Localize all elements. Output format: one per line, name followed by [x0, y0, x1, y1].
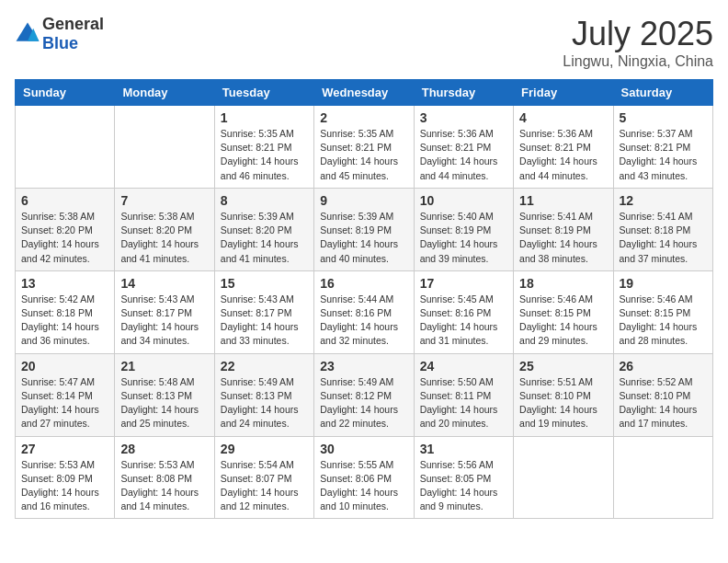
logo-text-blue: Blue — [42, 34, 78, 52]
day-info: Sunrise: 5:39 AM Sunset: 8:20 PM Dayligh… — [221, 210, 308, 266]
weekday-header-sunday: Sunday — [16, 80, 115, 106]
day-number: 6 — [21, 193, 108, 208]
calendar-cell: 28Sunrise: 5:53 AM Sunset: 8:08 PM Dayli… — [115, 436, 214, 519]
day-number: 18 — [519, 276, 607, 291]
day-info: Sunrise: 5:49 AM Sunset: 8:12 PM Dayligh… — [320, 375, 407, 431]
calendar-cell: 17Sunrise: 5:45 AM Sunset: 8:16 PM Dayli… — [414, 270, 513, 353]
calendar-cell: 10Sunrise: 5:40 AM Sunset: 8:19 PM Dayli… — [414, 188, 513, 270]
day-number: 20 — [21, 359, 108, 373]
day-info: Sunrise: 5:35 AM Sunset: 8:21 PM Dayligh… — [221, 127, 308, 183]
week-row-1: 1Sunrise: 5:35 AM Sunset: 8:21 PM Daylig… — [16, 106, 713, 189]
day-number: 30 — [320, 442, 407, 456]
day-number: 11 — [519, 193, 607, 208]
day-number: 9 — [320, 193, 407, 208]
day-number: 19 — [620, 276, 707, 291]
calendar-cell: 23Sunrise: 5:49 AM Sunset: 8:12 PM Dayli… — [314, 353, 414, 436]
day-info: Sunrise: 5:54 AM Sunset: 8:07 PM Dayligh… — [221, 458, 308, 514]
day-info: Sunrise: 5:49 AM Sunset: 8:13 PM Dayligh… — [221, 375, 308, 431]
day-info: Sunrise: 5:41 AM Sunset: 8:19 PM Dayligh… — [519, 210, 607, 266]
page-header: General Blue July 2025 Lingwu, Ningxia, … — [15, 15, 713, 70]
day-number: 12 — [620, 193, 707, 208]
calendar-cell: 21Sunrise: 5:48 AM Sunset: 8:13 PM Dayli… — [115, 353, 214, 436]
day-number: 29 — [221, 442, 308, 456]
calendar-cell: 19Sunrise: 5:46 AM Sunset: 8:15 PM Dayli… — [613, 270, 712, 353]
week-row-3: 13Sunrise: 5:42 AM Sunset: 8:18 PM Dayli… — [16, 270, 713, 353]
day-number: 10 — [420, 193, 507, 208]
day-number: 3 — [420, 110, 507, 125]
calendar-cell — [613, 436, 712, 519]
day-number: 16 — [320, 276, 407, 291]
calendar-cell: 30Sunrise: 5:55 AM Sunset: 8:06 PM Dayli… — [314, 436, 414, 519]
location: Lingwu, Ningxia, China — [563, 53, 713, 70]
calendar-cell: 1Sunrise: 5:35 AM Sunset: 8:21 PM Daylig… — [214, 106, 313, 189]
weekday-header-wednesday: Wednesday — [314, 80, 414, 106]
calendar-cell: 3Sunrise: 5:36 AM Sunset: 8:21 PM Daylig… — [414, 106, 513, 189]
day-info: Sunrise: 5:35 AM Sunset: 8:21 PM Dayligh… — [320, 127, 407, 183]
day-info: Sunrise: 5:53 AM Sunset: 8:09 PM Dayligh… — [21, 458, 108, 514]
day-number: 14 — [120, 276, 208, 291]
day-number: 27 — [21, 442, 108, 456]
logo-icon — [15, 21, 40, 47]
calendar-cell: 29Sunrise: 5:54 AM Sunset: 8:07 PM Dayli… — [214, 436, 313, 519]
day-number: 17 — [420, 276, 507, 291]
day-info: Sunrise: 5:43 AM Sunset: 8:17 PM Dayligh… — [221, 293, 308, 349]
calendar-cell: 27Sunrise: 5:53 AM Sunset: 8:09 PM Dayli… — [16, 436, 115, 519]
calendar-cell — [514, 436, 613, 519]
calendar-cell: 26Sunrise: 5:52 AM Sunset: 8:10 PM Dayli… — [613, 353, 712, 436]
day-info: Sunrise: 5:37 AM Sunset: 8:21 PM Dayligh… — [620, 127, 707, 183]
day-number: 13 — [21, 276, 108, 291]
calendar-cell: 16Sunrise: 5:44 AM Sunset: 8:16 PM Dayli… — [314, 270, 414, 353]
calendar-cell — [115, 106, 214, 189]
day-number: 15 — [221, 276, 308, 291]
day-number: 22 — [221, 359, 308, 373]
calendar-cell: 4Sunrise: 5:36 AM Sunset: 8:21 PM Daylig… — [514, 106, 613, 189]
day-number: 23 — [320, 359, 407, 373]
logo-text-general: General — [42, 15, 104, 33]
day-number: 31 — [420, 442, 507, 456]
day-number: 5 — [620, 110, 707, 125]
calendar-cell: 8Sunrise: 5:39 AM Sunset: 8:20 PM Daylig… — [214, 188, 313, 270]
calendar-body: 1Sunrise: 5:35 AM Sunset: 8:21 PM Daylig… — [16, 106, 713, 519]
day-info: Sunrise: 5:43 AM Sunset: 8:17 PM Dayligh… — [120, 293, 208, 349]
calendar-header: SundayMondayTuesdayWednesdayThursdayFrid… — [16, 80, 713, 106]
week-row-4: 20Sunrise: 5:47 AM Sunset: 8:14 PM Dayli… — [16, 353, 713, 436]
calendar-cell: 31Sunrise: 5:56 AM Sunset: 8:05 PM Dayli… — [414, 436, 513, 519]
day-info: Sunrise: 5:41 AM Sunset: 8:18 PM Dayligh… — [620, 210, 707, 266]
weekday-row: SundayMondayTuesdayWednesdayThursdayFrid… — [16, 80, 713, 106]
day-info: Sunrise: 5:55 AM Sunset: 8:06 PM Dayligh… — [320, 458, 407, 514]
day-info: Sunrise: 5:53 AM Sunset: 8:08 PM Dayligh… — [120, 458, 208, 514]
day-info: Sunrise: 5:44 AM Sunset: 8:16 PM Dayligh… — [320, 293, 407, 349]
calendar-cell: 5Sunrise: 5:37 AM Sunset: 8:21 PM Daylig… — [613, 106, 712, 189]
day-info: Sunrise: 5:56 AM Sunset: 8:05 PM Dayligh… — [420, 458, 507, 514]
month-year: July 2025 — [563, 15, 713, 53]
logo: General Blue — [15, 15, 104, 53]
day-info: Sunrise: 5:40 AM Sunset: 8:19 PM Dayligh… — [420, 210, 507, 266]
calendar-cell: 18Sunrise: 5:46 AM Sunset: 8:15 PM Dayli… — [514, 270, 613, 353]
day-number: 25 — [519, 359, 607, 373]
calendar-cell: 11Sunrise: 5:41 AM Sunset: 8:19 PM Dayli… — [514, 188, 613, 270]
weekday-header-friday: Friday — [514, 80, 613, 106]
calendar-cell: 20Sunrise: 5:47 AM Sunset: 8:14 PM Dayli… — [16, 353, 115, 436]
weekday-header-tuesday: Tuesday — [214, 80, 313, 106]
day-info: Sunrise: 5:36 AM Sunset: 8:21 PM Dayligh… — [420, 127, 507, 183]
day-info: Sunrise: 5:51 AM Sunset: 8:10 PM Dayligh… — [519, 375, 607, 431]
day-number: 21 — [120, 359, 208, 373]
day-info: Sunrise: 5:46 AM Sunset: 8:15 PM Dayligh… — [620, 293, 707, 349]
day-info: Sunrise: 5:48 AM Sunset: 8:13 PM Dayligh… — [120, 375, 208, 431]
day-number: 26 — [620, 359, 707, 373]
day-number: 24 — [420, 359, 507, 373]
day-info: Sunrise: 5:47 AM Sunset: 8:14 PM Dayligh… — [21, 375, 108, 431]
calendar-cell: 22Sunrise: 5:49 AM Sunset: 8:13 PM Dayli… — [214, 353, 313, 436]
day-info: Sunrise: 5:38 AM Sunset: 8:20 PM Dayligh… — [120, 210, 208, 266]
title-block: July 2025 Lingwu, Ningxia, China — [563, 15, 713, 70]
day-number: 7 — [120, 193, 208, 208]
day-number: 28 — [120, 442, 208, 456]
week-row-2: 6Sunrise: 5:38 AM Sunset: 8:20 PM Daylig… — [16, 188, 713, 270]
calendar-cell: 7Sunrise: 5:38 AM Sunset: 8:20 PM Daylig… — [115, 188, 214, 270]
day-number: 1 — [221, 110, 308, 125]
calendar-cell: 25Sunrise: 5:51 AM Sunset: 8:10 PM Dayli… — [514, 353, 613, 436]
day-info: Sunrise: 5:46 AM Sunset: 8:15 PM Dayligh… — [519, 293, 607, 349]
weekday-header-thursday: Thursday — [414, 80, 513, 106]
weekday-header-saturday: Saturday — [613, 80, 712, 106]
day-number: 4 — [519, 110, 607, 125]
